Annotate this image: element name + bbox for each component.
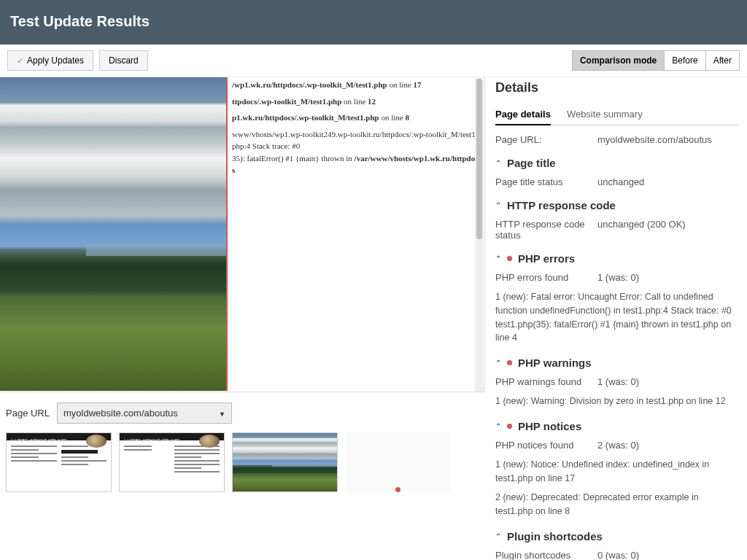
php-notices-detail-1: 1 (new): Notice: Undefined index: undefi… bbox=[495, 458, 738, 486]
page-url-value: myoldwebsite.com/aboutus bbox=[63, 408, 178, 419]
chevron-up-icon: ⌃ bbox=[495, 159, 501, 167]
mode-after-button[interactable]: After bbox=[706, 51, 739, 70]
php-warnings-detail: 1 (new): Warning: Division by zero in te… bbox=[495, 394, 738, 408]
page-title: Test Update Results bbox=[10, 13, 737, 30]
discard-button[interactable]: Discard bbox=[99, 50, 148, 71]
chevron-up-icon: ⌃ bbox=[495, 254, 501, 262]
chevron-up-icon: ⌃ bbox=[495, 201, 501, 209]
apply-label: Apply Updates bbox=[27, 55, 84, 66]
page-url-select[interactable]: myoldwebsite.com/aboutus bbox=[57, 402, 232, 424]
chevron-up-icon: ⌃ bbox=[495, 359, 501, 367]
apply-updates-button[interactable]: ✓ Apply Updates bbox=[7, 50, 93, 71]
check-icon: ✓ bbox=[17, 56, 23, 66]
preview-before-image bbox=[0, 77, 228, 391]
thumbnail-3[interactable] bbox=[232, 432, 338, 492]
thumbnail-1[interactable]: 1.1 REBEL WITHOUT APPLAUSE bbox=[6, 432, 112, 492]
discard-label: Discard bbox=[109, 55, 139, 66]
page-url-label: Page URL bbox=[6, 408, 50, 419]
mode-before-button[interactable]: Before bbox=[665, 51, 705, 70]
preview-scrollbar[interactable] bbox=[475, 77, 484, 392]
php-notices-detail-2: 2 (new): Deprecated: Deprecated error ex… bbox=[495, 491, 738, 518]
section-page-title[interactable]: ⌃ Page title bbox=[495, 157, 738, 169]
page-url-row: Page URL myoldwebsite.com/aboutus bbox=[0, 392, 485, 428]
thumbnail-strip: 1.1 REBEL WITHOUT APPLAUSE 1.1 REBEL WIT… bbox=[0, 428, 485, 497]
preview-after-content: /wp1.wk.ru/httpdocs/.wp-toolkit_M/test1.… bbox=[228, 77, 484, 392]
tab-website-summary[interactable]: Website summary bbox=[567, 104, 643, 125]
section-php-warnings[interactable]: ⌃ PHP warnings bbox=[495, 357, 738, 369]
mode-comparison-button[interactable]: Comparison mode bbox=[573, 51, 665, 70]
left-pane: /wp1.wk.ru/httpdocs/.wp-toolkit_M/test1.… bbox=[0, 77, 485, 560]
page-header: Test Update Results bbox=[0, 0, 747, 44]
chevron-up-icon: ⌃ bbox=[495, 532, 501, 540]
tab-page-details[interactable]: Page details bbox=[495, 104, 551, 125]
page-url-value: myoldwebsite.com/aboutus bbox=[597, 134, 712, 145]
preview-pane: /wp1.wk.ru/httpdocs/.wp-toolkit_M/test1.… bbox=[0, 77, 485, 392]
error-dot-icon bbox=[507, 360, 512, 365]
thumbnail-2[interactable]: 1.1 REBEL WITHOUT APPLAUSE bbox=[119, 432, 225, 492]
details-heading: Details bbox=[495, 80, 738, 96]
error-dot-icon bbox=[507, 424, 512, 429]
details-tabs: Page details Website summary bbox=[495, 104, 738, 125]
php-errors-detail: 1 (new): Fatal error: Uncaught Error: Ca… bbox=[495, 290, 738, 345]
page-url-key: Page URL: bbox=[495, 134, 597, 145]
section-php-errors[interactable]: ⌃ PHP errors bbox=[495, 252, 738, 265]
error-dot-icon bbox=[507, 256, 512, 261]
section-plugin-shortcodes[interactable]: ⌃ Plugin shortcodes bbox=[495, 530, 738, 542]
chevron-up-icon: ⌃ bbox=[495, 422, 501, 430]
view-mode-toggle: Comparison mode Before After bbox=[572, 50, 740, 71]
details-panel: Details Page details Website summary Pag… bbox=[485, 77, 747, 560]
section-php-notices[interactable]: ⌃ PHP notices bbox=[495, 420, 738, 432]
thumbnail-4[interactable] bbox=[345, 432, 451, 492]
toolbar: ✓ Apply Updates Discard Comparison mode … bbox=[0, 44, 747, 77]
status-dot-icon bbox=[395, 487, 400, 492]
section-http-code[interactable]: ⌃ HTTP response code bbox=[495, 199, 738, 211]
